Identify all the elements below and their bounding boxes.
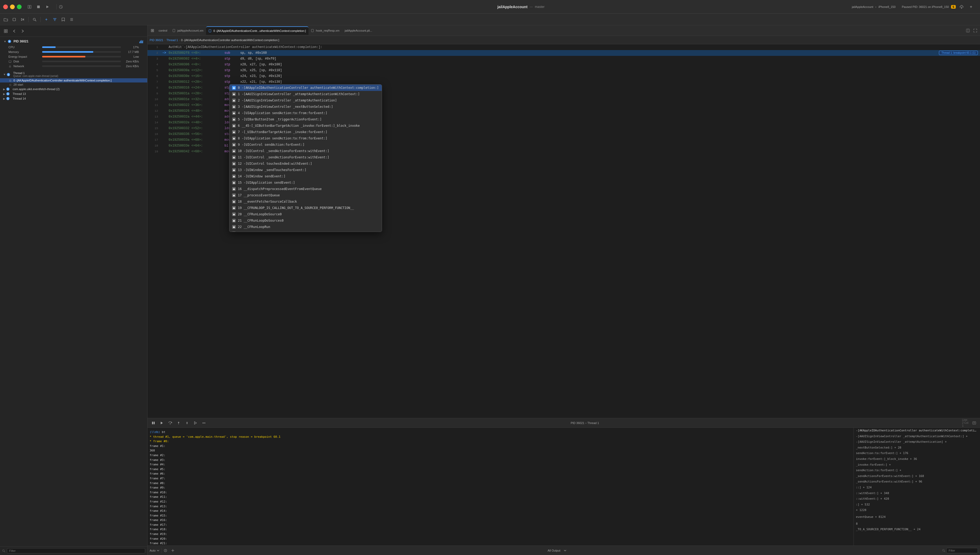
step-in-button[interactable] <box>175 419 182 427</box>
bottom-breadcrumb: PID 36021 › Thread 1 <box>571 421 599 425</box>
thread2-indicator: 1 <box>6 88 10 91</box>
run-button[interactable] <box>44 3 51 11</box>
dropdown-item-15[interactable]: ● 15 -[UIApplication sendEvent:] <box>229 180 382 186</box>
debug-toolbar: PID 36021 › Thread 1 Line: 2 Col: 1 <box>147 418 980 428</box>
add-tab-button[interactable]: + <box>967 3 975 11</box>
sidebar-forward-button[interactable] <box>19 27 26 35</box>
dropdown-item-18[interactable]: ● 18 __eventFetcherSourceCallback <box>229 199 382 205</box>
thread-options-button[interactable] <box>200 419 208 427</box>
maximize-button[interactable] <box>17 5 22 9</box>
thread13-item[interactable]: ▶ 1 Thread 13 <box>0 91 147 96</box>
cpu-bar <box>42 47 56 48</box>
dropdown-icon-6: ● <box>232 124 236 128</box>
step-over-button[interactable] <box>167 419 174 427</box>
list-toolbar-button[interactable] <box>68 16 75 23</box>
tab-hook-reqResp[interactable]: hook_reqResp.xm <box>309 26 342 35</box>
dropdown-item-11[interactable]: ● 11 -[UIControl _sendActionsForEvents:w… <box>229 154 382 160</box>
dropdown-item-10[interactable]: ● 10 -[UIControl _sendActionsForEvents:w… <box>229 148 382 154</box>
dropdown-item-23[interactable]: ● 23 CFRunLoopRunSpecific <box>229 230 382 232</box>
code-line-5: 5 0x19250030a <+12>: stp x26, x25, [sp, … <box>147 67 980 73</box>
tab-control[interactable]: control <box>156 26 170 35</box>
thread14-name: Thread 14 <box>13 97 26 100</box>
svg-rect-2 <box>37 6 40 8</box>
pause-debug-button[interactable] <box>150 419 157 427</box>
minimize-button[interactable] <box>10 5 15 9</box>
bookmark-toolbar-button[interactable] <box>59 16 67 23</box>
bottom-filter-input[interactable] <box>946 548 978 553</box>
dropdown-item-2[interactable]: ● 2 -[AAUISignInViewController _attemptA… <box>229 97 382 104</box>
rsp-line-13: :] + 532 <box>854 502 980 508</box>
editor-split-button[interactable] <box>964 27 972 34</box>
debug-inspect-button[interactable] <box>162 547 169 554</box>
dropdown-item-5[interactable]: ● 5 -[UIBarButtonItem _triggerActionForE… <box>229 116 382 122</box>
editor-mode-button[interactable] <box>970 419 978 427</box>
disk-bar-container <box>42 61 121 62</box>
dropdown-icon-0: ● <box>232 86 236 90</box>
filter-search-icon <box>2 549 5 552</box>
console-area[interactable]: (lldb) bt * thread #1, queue = 'com.appl… <box>147 428 853 545</box>
thread2-item[interactable]: ▶ 1 com.apple.uikit.eventfetch-thread (2… <box>0 87 147 91</box>
dropdown-item-19[interactable]: ● 19 __CFRUNLOOP_IS_CALLING_OUT_TO_A_SOU… <box>229 205 382 211</box>
debug-grid-button[interactable] <box>2 27 10 35</box>
filter-toolbar-button[interactable] <box>51 16 58 23</box>
svg-line-8 <box>35 20 36 21</box>
frame-dropdown[interactable]: ● 0 -[AKAppleIDAuthenticationController … <box>229 84 382 232</box>
tab-jailAppleAccount[interactable]: jailAppleAccount.xm <box>170 26 206 35</box>
thread1-item[interactable]: ▼ 1 Thread 1 Queue: com.apple.main-threa… <box>0 71 147 78</box>
svg-rect-51 <box>973 422 976 424</box>
dropdown-item-6[interactable]: ● 6 __45-[_UIButtonBarTargetAction _invo… <box>229 122 382 129</box>
sidebar-back-button[interactable] <box>11 27 18 35</box>
breadcrumb-pid[interactable]: PID 36021 <box>150 38 163 42</box>
mode-selector[interactable]: Auto <box>147 548 162 553</box>
dropdown-item-12[interactable]: ● 12 -[UIControl touchesEnded:withEvent:… <box>229 160 382 167</box>
code-line-7: 7 0x192500312 <+20>: stp x22, x21, [sp, … <box>147 79 980 85</box>
branch-name: master <box>535 5 544 9</box>
skip-button[interactable] <box>19 16 26 23</box>
sidebar-filter-input[interactable] <box>7 548 145 553</box>
dropdown-item-4[interactable]: ● 4 -[UIApplication sendAction:to:from:f… <box>229 110 382 116</box>
tab-more-button[interactable]: ⊞ <box>149 27 156 34</box>
stop-square-button[interactable] <box>11 16 18 23</box>
step-instruction-button[interactable] <box>192 419 199 427</box>
dropdown-item-21[interactable]: ● 21 __CFRunLoopDoSources0 <box>229 217 382 224</box>
dropdown-item-7[interactable]: ● 7 -[_UIButtonBarTargetAction _invoke:f… <box>229 129 382 135</box>
dropdown-item-17[interactable]: ● 17 __processEventQueue <box>229 192 382 199</box>
open-folder-button[interactable] <box>2 16 10 23</box>
dropdown-item-9[interactable]: ● 9 -[UIControl sendAction:forEvent:] <box>229 141 382 148</box>
dropdown-item-1[interactable]: ● 1 -[AAUISignInViewController _attemptA… <box>229 91 382 97</box>
step-out-button[interactable] <box>183 419 191 427</box>
disk-metric: Disk Zero KB/s <box>2 59 145 64</box>
editor-expand-button[interactable] <box>972 27 979 34</box>
add-breakpoint-button[interactable]: + <box>43 16 50 23</box>
cloud-upload-button[interactable] <box>958 3 965 11</box>
search-toolbar-button[interactable] <box>31 16 38 23</box>
frame28-item[interactable]: □ 28 start <box>0 82 147 87</box>
dropdown-icon-20: ● <box>232 212 236 216</box>
output-chevron-icon[interactable] <box>561 547 569 554</box>
tab-plist[interactable]: jailAppleAccount.pli... <box>342 26 375 35</box>
dropdown-item-8[interactable]: ● 8 -[UIApplication sendAction:to:from:f… <box>229 135 382 141</box>
dropdown-item-3[interactable]: ● 3 -[AAUISignInViewController _nextButt… <box>229 104 382 110</box>
svg-line-60 <box>944 551 945 552</box>
dropdown-item-14[interactable]: ● 14 -[UIWindow sendEvent:] <box>229 173 382 180</box>
dropdown-item-0[interactable]: ● 0 -[AKAppleIDAuthenticationController … <box>229 85 382 91</box>
dropdown-item-16[interactable]: ● 16 __dispatchPreprocessedEventFromEven… <box>229 186 382 192</box>
tile-window-button[interactable] <box>26 3 33 11</box>
thread2-expand-icon: ▶ <box>3 88 5 91</box>
breadcrumb-thread[interactable]: Thread 1 <box>167 38 178 42</box>
code-line-2: 2 -> 0x1925002f8 <+0>: sub sp, sp, #0x16… <box>147 50 980 56</box>
svg-rect-25 <box>9 61 11 62</box>
frame0-item[interactable]: □ 0 -[AKAppleIDAuthenticationController … <box>0 78 147 82</box>
add-filter-button[interactable] <box>169 547 176 554</box>
network-icon <box>8 65 11 68</box>
pid-header[interactable]: ▼ ● PID 36021 <box>2 38 145 45</box>
dropdown-item-22[interactable]: ● 22 __CFRunLoopRun <box>229 224 382 230</box>
stop-button[interactable] <box>35 3 42 11</box>
dropdown-label-18: 18 __eventFetcherSourceCallback <box>238 200 297 204</box>
tab-main[interactable]: 0 -[AKAppleIDAuthenticationContr...uthen… <box>206 26 309 35</box>
dropdown-item-13[interactable]: ● 13 -[UIWindow _sendTouchesForEvent:] <box>229 167 382 173</box>
continue-button[interactable] <box>158 419 165 427</box>
thread14-item[interactable]: ▶ 1 Thread 14 <box>0 96 147 101</box>
dropdown-item-20[interactable]: ● 20 __CFRunLoopDoSource0 <box>229 211 382 217</box>
close-button[interactable] <box>3 5 8 9</box>
